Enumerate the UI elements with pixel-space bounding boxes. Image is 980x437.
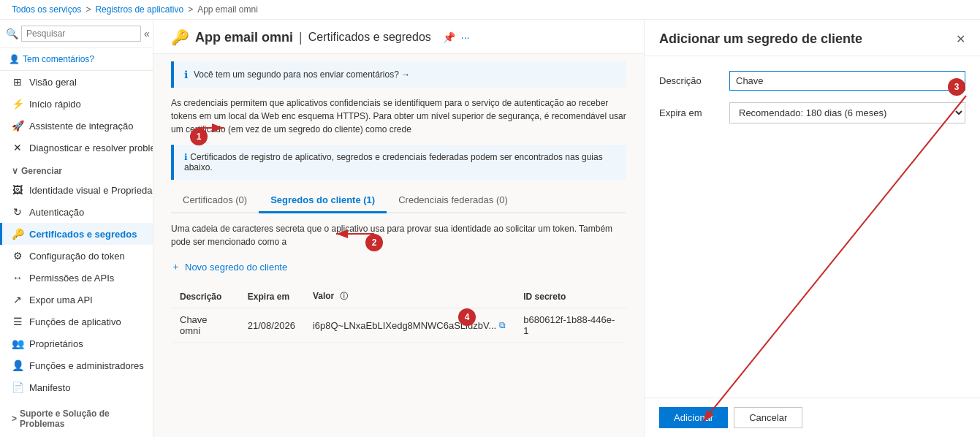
- cancel-button[interactable]: Cancelar: [734, 407, 802, 428]
- page-title-separator: |: [299, 30, 303, 45]
- info-circle-icon: ℹ: [184, 69, 188, 80]
- tab-description: Uma cadeia de caracteres secreta que o a…: [171, 222, 626, 248]
- nav-label: Manifesto: [29, 382, 70, 393]
- nav-label: Certificados e segredos: [29, 229, 137, 240]
- cell-id: b680612f-1b88-446e-1: [514, 308, 626, 343]
- plus-icon: ＋: [171, 260, 181, 273]
- page-app-name: App email omni: [195, 30, 293, 45]
- tab-content: Uma cadeia de caracteres secreta que o a…: [153, 213, 644, 352]
- sidebar-item-diagnosticar[interactable]: ✕ Diagnosticar e resolver problemas: [0, 137, 153, 159]
- col-valor: Valor ⓘ: [304, 285, 514, 308]
- breadcrumb-app: App email omni: [197, 4, 258, 15]
- right-panel: Adicionar um segredo de cliente ✕ Descri…: [644, 20, 980, 437]
- nav-label: Identidade visual e Propriedades: [29, 185, 153, 196]
- col-id: ID secreto: [514, 285, 626, 308]
- feedback-banner: ℹ Você tem um segundo para nos enviar co…: [171, 61, 626, 88]
- form-row-descricao: Descrição: [659, 71, 965, 91]
- nav-label: Diagnosticar e resolver problemas: [29, 142, 153, 153]
- secrets-table-wrap: Descrição Expira em Valor ⓘ ID secreto C…: [171, 285, 626, 343]
- main-content: 🔑 App email omni | Certificados e segred…: [153, 20, 644, 437]
- nav-label: Expor uma API: [29, 294, 93, 305]
- nav-label: Visão geral: [29, 77, 77, 88]
- cell-descricao: Chave omni: [171, 308, 239, 343]
- sidebar-item-inicio-rapido[interactable]: ⚡ Início rápido: [0, 93, 153, 115]
- cert-info-text: Certificados de registro de aplicativo, …: [184, 152, 603, 172]
- nav-label: Autenticação: [29, 207, 84, 218]
- nav-label: Permissões de APIs: [29, 273, 114, 284]
- breadcrumb-sep2: >: [188, 4, 193, 15]
- expira-select[interactable]: Recomendado: 180 dias (6 meses) 12 meses…: [729, 102, 965, 123]
- sidebar-item-manifesto[interactable]: 📄 Manifesto: [0, 376, 153, 398]
- col-expira: Expira em: [239, 285, 304, 308]
- key-icon: 🔑: [12, 228, 23, 240]
- sidebar-item-assistente[interactable]: 🚀 Assistente de integração: [0, 115, 153, 137]
- lightning-icon: ⚡: [12, 98, 23, 110]
- users-icon: 👥: [12, 338, 23, 349]
- add-secret-button[interactable]: ＋ Novo segredo do cliente: [171, 257, 287, 276]
- right-panel-body: Descrição Expira em Recomendado: 180 dia…: [645, 56, 980, 398]
- collapse-icon[interactable]: «: [144, 28, 150, 39]
- cell-valor: i6p8Q~LNxaEbLIXedg8MNWC6aSLluzbV... ⧉: [304, 308, 514, 343]
- sidebar-item-expor-api[interactable]: ↗ Expor uma API: [0, 289, 153, 311]
- x-icon: ✕: [12, 142, 23, 153]
- image-icon: 🖼: [12, 184, 23, 196]
- cert-info-banner: ℹ Certificados de registro de aplicativo…: [171, 145, 626, 180]
- breadcrumb: Todos os serviços > Registros de aplicat…: [0, 0, 980, 20]
- sidebar-item-funcoes-admin[interactable]: 👤 Funções e administradores: [0, 354, 153, 376]
- feedback-label: Tem comentários?: [23, 54, 94, 64]
- tabs-container: Certificados (0) Segredos do cliente (1)…: [171, 189, 626, 213]
- right-panel-title: Adicionar um segredo de cliente: [659, 31, 862, 47]
- feedback-link[interactable]: 👤 Tem comentários?: [0, 48, 153, 71]
- section-chevron: ∨: [12, 166, 18, 176]
- sidebar-item-permissoes[interactable]: ↔ Permissões de APIs: [0, 267, 153, 289]
- more-options-icon[interactable]: ···: [461, 31, 470, 43]
- breadcrumb-todos[interactable]: Todos os serviços: [12, 4, 81, 15]
- right-panel-header: Adicionar um segredo de cliente ✕: [645, 20, 980, 56]
- sidebar-item-config-token[interactable]: ⚙ Configuração do token: [0, 245, 153, 267]
- pin-icon[interactable]: 📌: [443, 31, 455, 43]
- page-subtitle: Certificados e segredos: [308, 31, 431, 44]
- refresh-icon: ↻: [12, 206, 23, 218]
- close-button[interactable]: ✕: [956, 32, 965, 46]
- tab-federadas[interactable]: Credenciais federadas (0): [387, 189, 520, 213]
- add-secret-label: Novo segredo do cliente: [185, 262, 287, 273]
- section-chevron-suporte: >: [12, 414, 17, 424]
- sidebar-item-proprietarios[interactable]: 👥 Proprietários: [0, 332, 153, 354]
- nav-label: Funções e administradores: [29, 360, 144, 371]
- sidebar-item-visao-geral[interactable]: ⊞ Visão geral: [0, 71, 153, 93]
- cell-expira: 21/08/2026: [239, 308, 304, 343]
- sidebar-item-identidade[interactable]: 🖼 Identidade visual e Propriedades: [0, 179, 153, 201]
- secrets-table: Descrição Expira em Valor ⓘ ID secreto C…: [171, 285, 626, 343]
- right-panel-footer: Adicionar Cancelar: [645, 398, 980, 437]
- rocket-icon: 🚀: [12, 120, 23, 132]
- breadcrumb-registros[interactable]: Registros de aplicativo: [95, 4, 183, 15]
- sidebar: 🔍 « 👤 Tem comentários? ⊞ Visão geral ⚡ I…: [0, 20, 153, 437]
- sidebar-item-autenticacao[interactable]: ↻ Autenticação: [0, 201, 153, 223]
- copy-icon[interactable]: ⧉: [499, 320, 506, 330]
- feedback-text: Você tem um segundo para nos enviar come…: [194, 69, 410, 80]
- sidebar-section-gerenciar: ∨ Gerenciar: [0, 159, 153, 179]
- sidebar-item-funcoes[interactable]: ☰ Funções de aplicativo: [0, 311, 153, 332]
- key-header-icon: 🔑: [171, 28, 189, 46]
- sidebar-search-container: 🔍 «: [0, 20, 153, 48]
- search-input[interactable]: [21, 26, 141, 42]
- sidebar-item-certificados[interactable]: 🔑 Certificados e segredos: [0, 223, 153, 245]
- header-actions: 📌 ···: [443, 31, 470, 43]
- search-icon: 🔍: [6, 28, 18, 39]
- tab-certificados[interactable]: Certificados (0): [171, 189, 259, 213]
- user-icon: 👤: [12, 360, 23, 371]
- breadcrumb-sep1: >: [86, 4, 91, 15]
- nav-label: Proprietários: [29, 338, 83, 349]
- credentials-description: As credenciais permitem que aplicativos …: [171, 96, 626, 136]
- add-button[interactable]: Adicionar: [659, 407, 728, 428]
- list-icon: ☰: [12, 316, 23, 327]
- descricao-input[interactable]: [729, 71, 965, 91]
- settings-icon: ⚙: [12, 250, 23, 262]
- nav-label: Configuração do token: [29, 251, 125, 262]
- form-row-expira: Expira em Recomendado: 180 dias (6 meses…: [659, 102, 965, 123]
- feedback-icon: 👤: [9, 54, 20, 64]
- expira-label: Expira em: [659, 107, 718, 118]
- tab-segredos[interactable]: Segredos do cliente (1): [259, 189, 387, 213]
- col-descricao: Descrição: [171, 285, 239, 308]
- table-row: Chave omni 21/08/2026 i6p8Q~LNxaEbLIXedg…: [171, 308, 626, 343]
